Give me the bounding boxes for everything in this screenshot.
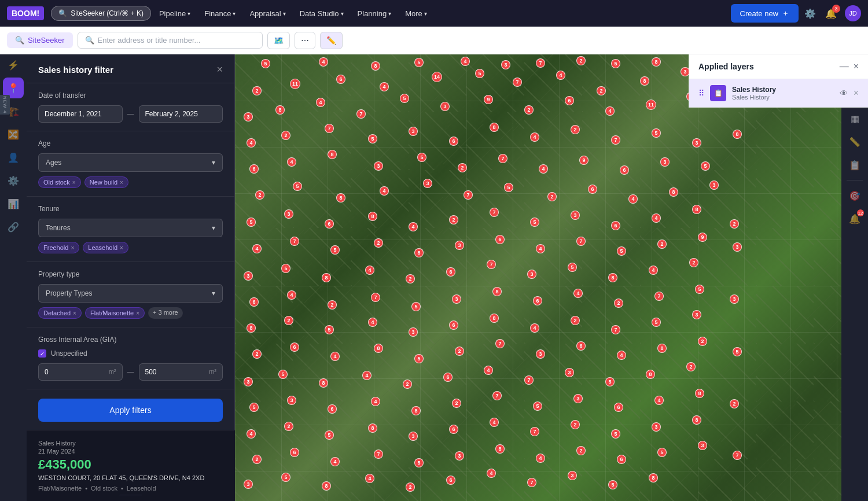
map-dot[interactable]: 7 — [374, 450, 383, 459]
map-dot[interactable]: 5 — [652, 318, 661, 327]
map-dot[interactable]: 3 — [660, 157, 670, 167]
map-dot[interactable]: 4 — [287, 157, 296, 167]
map-dot[interactable]: 2 — [571, 420, 580, 429]
map-dot[interactable]: 6 — [449, 137, 458, 146]
map-dot[interactable]: 5 — [414, 58, 424, 67]
map-dot[interactable]: 7 — [611, 135, 620, 145]
layer-item-sales-history[interactable]: ⠿ 📋 Sales History Sales History 👁 × — [689, 79, 868, 107]
map-dot[interactable]: 2 — [374, 238, 383, 248]
map-dot[interactable]: 4 — [652, 213, 661, 223]
map-dot[interactable]: 3 — [565, 368, 574, 377]
map-dot[interactable]: 7 — [654, 292, 664, 301]
sidebar-item-user[interactable]: 👤 — [3, 147, 24, 168]
nav-more[interactable]: More ▾ — [399, 6, 433, 21]
map-dot[interactable]: 3 — [573, 394, 583, 403]
map-dot[interactable]: 8 — [490, 314, 499, 323]
map-dot[interactable]: 6 — [533, 296, 542, 305]
map-dot[interactable]: 5 — [568, 263, 577, 272]
map-dot[interactable]: 3 — [698, 441, 707, 450]
age-dropdown[interactable]: Ages ▾ — [38, 153, 223, 172]
map-dot[interactable]: 4 — [649, 266, 658, 275]
map-dot[interactable]: 5 — [281, 473, 290, 482]
site-seeker-tab[interactable]: 🔍 SiteSeeker — [7, 32, 73, 48]
map-dot[interactable]: 2 — [730, 399, 739, 408]
map-dot[interactable]: 2 — [281, 131, 290, 140]
map-dot[interactable]: 8 — [733, 130, 742, 139]
layers-menu-button[interactable]: ⋯ — [295, 32, 315, 49]
map-dot[interactable]: 8 — [368, 423, 377, 433]
nav-finance[interactable]: Finance ▾ — [198, 6, 241, 21]
sidebar-item-lightning[interactable]: ⚡ — [3, 54, 24, 75]
map-dot[interactable]: 2 — [614, 299, 623, 308]
settings-button[interactable]: ⚙️ — [801, 5, 819, 23]
map-dot[interactable]: 6 — [565, 96, 574, 105]
map-dot[interactable]: 8 — [608, 273, 617, 282]
map-dot[interactable]: 2 — [576, 56, 586, 65]
layer-remove-button[interactable]: × — [854, 88, 859, 98]
map-dot[interactable]: 5 — [475, 69, 484, 78]
gia-unspecified-checkbox[interactable]: ✓ — [38, 349, 46, 358]
map-dot[interactable]: 2 — [284, 316, 293, 325]
map-dot[interactable]: 11 — [290, 79, 300, 89]
map-dot[interactable]: 2 — [597, 86, 606, 95]
map-dot[interactable]: 4 — [371, 397, 380, 406]
map-dot[interactable]: 3 — [692, 138, 701, 148]
map-dot[interactable]: 4 — [461, 57, 470, 66]
property-type-dropdown[interactable]: Property Types ▾ — [38, 284, 223, 303]
map-dot[interactable]: 4 — [490, 418, 499, 427]
map-dot[interactable]: 8 — [328, 150, 337, 159]
map-dot[interactable]: 6 — [290, 342, 299, 352]
map-dot[interactable]: 8 — [322, 273, 331, 282]
sidebar-item-link[interactable]: 🔗 — [3, 216, 24, 237]
map-dot[interactable]: 5 — [278, 370, 288, 379]
layers-minimize-button[interactable]: — — [840, 61, 849, 72]
right-sidebar-copy[interactable]: 📋 — [844, 154, 865, 175]
map-dot[interactable]: 2 — [255, 190, 264, 200]
map-dot[interactable]: 5 — [414, 458, 424, 467]
date-from-input[interactable]: December 1, 2021 — [38, 105, 123, 123]
map-dot[interactable]: 7 — [325, 124, 334, 133]
map-dot[interactable]: 6 — [443, 373, 453, 382]
user-avatar[interactable]: JD — [845, 5, 861, 21]
map-dot[interactable]: 4 — [362, 371, 372, 380]
map-dot[interactable]: 2 — [730, 219, 739, 229]
map-dot[interactable]: 3 — [709, 180, 719, 190]
map-dot[interactable]: 7 — [487, 260, 496, 269]
map-dot[interactable]: 4 — [368, 318, 377, 327]
map-dot[interactable]: 8 — [368, 212, 377, 221]
map-dot[interactable]: 6 — [449, 425, 458, 434]
map-dot[interactable]: 3 — [455, 451, 464, 461]
property-type-tag-detached[interactable]: Detached × — [38, 307, 82, 319]
map-dot[interactable]: 5 — [411, 302, 421, 311]
map-dot[interactable]: 4 — [252, 244, 262, 253]
map-dot[interactable]: 8 — [490, 123, 499, 132]
map-dot[interactable]: 3 — [692, 310, 701, 319]
map-dot[interactable]: 7 — [576, 237, 586, 246]
sidebar-item-settings[interactable]: ⚙️ — [3, 170, 24, 191]
address-search-input[interactable]: 🔍 Enter address or title number... — [78, 32, 263, 49]
map-dot[interactable]: 5 — [611, 59, 620, 68]
map-dot[interactable]: 2 — [449, 215, 458, 224]
map-dot[interactable]: 4 — [330, 457, 340, 466]
map-dot[interactable]: 8 — [336, 193, 345, 202]
map-dot[interactable]: 8 — [692, 415, 701, 425]
age-tag-old-stock[interactable]: Old stock × — [38, 176, 81, 188]
map-dot[interactable]: 6 — [249, 297, 259, 307]
map-dot[interactable]: 2 — [458, 163, 467, 172]
map-dot[interactable]: 4 — [536, 454, 545, 463]
notifications-button[interactable]: 🔔 3 — [822, 5, 840, 23]
map-dot[interactable]: 8 — [414, 248, 424, 257]
map-dot[interactable]: 6 — [620, 165, 629, 175]
map-dot[interactable]: 5 — [417, 153, 426, 162]
map-dot[interactable]: 5 — [701, 161, 710, 171]
map-dot[interactable]: 4 — [573, 289, 583, 298]
app-logo[interactable]: BOOM! — [7, 6, 44, 20]
map-dot[interactable]: 4 — [484, 366, 493, 375]
map-dot[interactable]: 4 — [654, 396, 664, 405]
map-dot[interactable]: 7 — [356, 109, 366, 119]
map-dot[interactable]: 4 — [380, 82, 389, 91]
map-dot[interactable]: 3 — [409, 327, 418, 337]
right-sidebar-measure[interactable]: 📏 — [844, 131, 865, 152]
map-dot[interactable]: 5 — [608, 480, 617, 489]
map-dot[interactable]: 8 — [669, 187, 678, 197]
